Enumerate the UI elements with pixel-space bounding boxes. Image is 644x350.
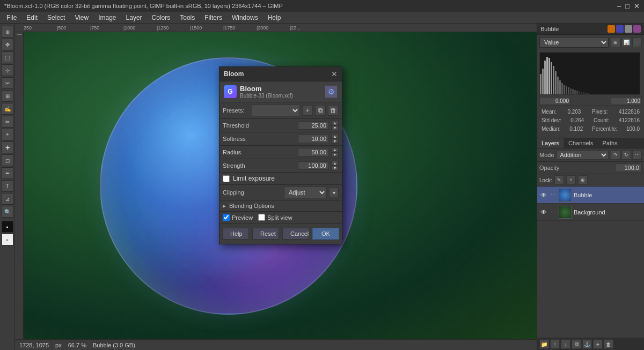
lock-position-button[interactable]: + [566,175,576,185]
layer-row-background[interactable]: 👁 ⋯ Background [537,204,644,221]
menu-file[interactable]: File [2,13,21,23]
menu-view[interactable]: View [70,13,93,23]
ok-button[interactable]: OK [312,228,339,240]
lower-layer-button[interactable]: ↓ [561,339,570,349]
maximize-button[interactable]: □ [625,2,630,10]
delete-layer-button[interactable]: 🗑 [604,339,613,349]
minimize-button[interactable]: – [617,2,621,10]
strength-input[interactable] [298,161,329,170]
canvas-area[interactable]: 250 |500 |750 |1000 |1250 |1500 |1750 |2… [15,24,537,350]
anchor-layer-button[interactable]: ⚓ [582,339,592,349]
raise-layer-button[interactable]: ↑ [550,339,560,349]
menu-tools[interactable]: Tools [175,13,199,23]
layers-icon3[interactable]: ⋯ [632,150,642,160]
tool-bg-color[interactable]: ▫ [2,234,13,245]
tool-rect-select[interactable]: ⬚ [2,51,13,63]
layers-icon1[interactable]: ↷ [611,150,620,160]
lock-all-button[interactable]: ⊕ [578,175,588,185]
hist-icon-1[interactable]: ⊞ [611,38,620,47]
radius-input[interactable] [298,148,329,157]
tool-erase[interactable]: ◻ [2,154,13,166]
layer-chain-bubble[interactable]: ⋯ [550,191,557,199]
new-layer-group-button[interactable]: 📁 [539,339,549,349]
strength-spinner[interactable]: ▲ ▼ [331,161,339,170]
tool-heal[interactable]: ✚ [2,142,13,153]
duplicate-layer-button[interactable]: ⧉ [572,339,581,349]
preset-delete-button[interactable]: 🗑 [328,105,339,116]
lock-pixels-button[interactable]: ✎ [554,175,564,185]
range-max-input[interactable] [611,97,642,105]
layer-visibility-bubble[interactable]: 👁 [539,191,548,199]
tool-path[interactable]: ✒ [2,167,13,179]
threshold-down[interactable]: ▼ [331,125,339,130]
tool-zoom[interactable]: 🔍 [2,206,13,218]
softness-input[interactable] [298,135,329,143]
color3-swatch[interactable] [625,25,632,33]
preview-check[interactable]: Preview [223,214,253,221]
menu-colors[interactable]: Colors [148,13,175,23]
preset-add-button[interactable]: + [302,105,313,116]
clipping-select[interactable]: Adjust Clip [284,187,327,198]
help-button[interactable]: Help [222,228,249,240]
bloom-settings-button[interactable]: ⚙ [325,85,338,98]
blending-options-row[interactable]: ▶ Blending Options [219,200,342,212]
bloom-dialog-titlebar[interactable]: Bloom ✕ [219,67,342,81]
channel-select[interactable]: Value Red Green Blue [539,37,609,48]
radius-up[interactable]: ▲ [331,147,339,152]
strength-down[interactable]: ▼ [331,166,339,170]
tab-paths[interactable]: Paths [598,138,623,148]
softness-up[interactable]: ▲ [331,134,339,139]
tab-layers[interactable]: Layers [537,138,564,148]
tool-paint[interactable]: ✍ [2,103,13,115]
tool-move[interactable]: ✥ [2,39,13,50]
window-controls[interactable]: – □ ✕ [617,2,640,10]
new-layer-button[interactable]: + [593,339,603,349]
opacity-input[interactable] [615,163,642,172]
clipping-dropdown-btn[interactable]: ▾ [329,188,339,197]
limit-exposure-label[interactable]: Limit exposure [233,175,275,182]
layer-chain-background[interactable]: ⋯ [550,208,557,217]
layers-icon2[interactable]: ↻ [621,150,631,160]
blending-options-label[interactable]: Blending Options [229,203,274,209]
menu-windows[interactable]: Windows [228,13,262,23]
menu-edit[interactable]: Edit [22,13,42,23]
tool-pencil[interactable]: ✏ [2,116,13,128]
tool-transform[interactable]: ⊞ [2,90,13,102]
tab-channels[interactable]: Channels [564,138,598,148]
hist-icon-3[interactable]: ⋯ [632,38,642,47]
radius-spinner[interactable]: ▲ ▼ [331,147,339,157]
cancel-button[interactable]: Cancel [282,228,309,240]
close-button[interactable]: ✕ [634,2,640,10]
strength-up[interactable]: ▲ [331,161,339,166]
tool-clone[interactable]: ⌖ [2,129,13,140]
mode-select[interactable]: Addition Normal Multiply Screen [557,150,609,160]
split-view-checkbox[interactable] [258,214,265,221]
menu-image[interactable]: Image [94,13,120,23]
threshold-input[interactable] [298,121,329,130]
menu-select[interactable]: Select [43,13,69,23]
softness-spinner[interactable]: ▲ ▼ [331,134,339,144]
bloom-close-button[interactable]: ✕ [331,70,338,78]
menu-filters[interactable]: Filters [200,13,226,23]
layer-row-bubble[interactable]: 👁 ⋯ Bubble [537,187,644,204]
presets-select[interactable] [252,105,300,116]
limit-exposure-checkbox[interactable] [223,175,230,182]
threshold-spinner[interactable]: ▲ ▼ [331,121,339,130]
tool-ellipse-select[interactable]: ⊕ [2,26,13,38]
range-min-input[interactable] [539,97,570,105]
layer-visibility-background[interactable]: 👁 [539,208,548,217]
softness-down[interactable]: ▼ [331,139,339,144]
color4-swatch[interactable] [633,25,641,33]
menu-help[interactable]: Help [264,13,286,23]
radius-down[interactable]: ▼ [331,152,339,157]
tool-free-select[interactable]: ⊹ [2,64,13,76]
reset-button[interactable]: Reset [252,228,279,240]
limit-exposure-row[interactable]: Limit exposure [219,173,342,185]
tool-text[interactable]: T [2,180,13,192]
split-view-check[interactable]: Split view [258,214,292,221]
fg-color-swatch[interactable] [608,25,615,33]
tool-measure[interactable]: ⊿ [2,193,13,205]
menu-layer[interactable]: Layer [122,13,147,23]
preset-copy-button[interactable]: ⧉ [315,105,326,116]
threshold-up[interactable]: ▲ [331,121,339,125]
